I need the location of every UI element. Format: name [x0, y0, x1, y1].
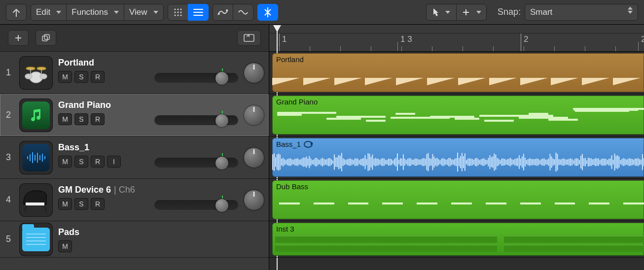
- svg-rect-187: [482, 159, 483, 166]
- track-icon[interactable]: [20, 141, 52, 174]
- volume-slider[interactable]: [154, 115, 238, 125]
- track-name[interactable]: Pads: [58, 227, 264, 237]
- functions-menu[interactable]: Functions: [66, 4, 124, 21]
- svg-rect-275: [611, 155, 612, 169]
- track-number: 2: [3, 110, 14, 120]
- track-icon[interactable]: [20, 99, 52, 132]
- track-name[interactable]: Bass_1: [58, 142, 148, 153]
- pan-knob[interactable]: [244, 63, 264, 83]
- r-button[interactable]: R: [91, 198, 105, 210]
- m-button[interactable]: M: [58, 240, 72, 252]
- svg-rect-45: [274, 153, 275, 171]
- svg-rect-286: [627, 159, 628, 166]
- svg-rect-172: [460, 156, 461, 169]
- track-header[interactable]: 4GM Device 6 | Ch6MSR: [0, 179, 269, 221]
- pointer-tool[interactable]: [426, 4, 457, 21]
- catch-playhead-button[interactable]: [257, 4, 278, 21]
- i-button[interactable]: I: [107, 156, 121, 168]
- svg-rect-216: [525, 158, 526, 167]
- svg-rect-237: [555, 153, 556, 172]
- svg-rect-280: [618, 157, 619, 168]
- track-name[interactable]: Portland: [58, 58, 148, 68]
- svg-rect-19: [42, 36, 47, 41]
- add-track-button[interactable]: [8, 30, 29, 46]
- secondary-tool[interactable]: [456, 4, 487, 21]
- svg-rect-148: [425, 159, 426, 166]
- automation-curve-button[interactable]: [213, 4, 233, 21]
- view-menu[interactable]: View: [124, 4, 164, 21]
- r-button[interactable]: R: [91, 113, 105, 125]
- track-name[interactable]: Grand Piano: [58, 100, 148, 110]
- region[interactable]: Inst 3: [272, 223, 644, 256]
- r-button[interactable]: R: [91, 156, 105, 168]
- region[interactable]: Portland: [272, 53, 644, 92]
- snap-select[interactable]: Smart: [525, 4, 638, 21]
- svg-rect-277: [614, 154, 615, 170]
- svg-rect-228: [542, 159, 543, 166]
- svg-rect-86: [334, 155, 335, 170]
- s-button[interactable]: S: [74, 156, 88, 168]
- m-button[interactable]: M: [58, 156, 72, 168]
- region[interactable]: Bass_1: [272, 138, 644, 177]
- svg-rect-85: [332, 161, 333, 164]
- svg-rect-167: [453, 160, 454, 165]
- svg-rect-201: [502, 159, 503, 166]
- pan-knob[interactable]: [244, 190, 264, 210]
- volume-slider[interactable]: [154, 73, 238, 83]
- svg-rect-95: [347, 159, 348, 165]
- duplicate-track-button[interactable]: [36, 30, 56, 46]
- global-tracks-button[interactable]: [237, 30, 261, 46]
- track-icon[interactable]: [20, 223, 52, 256]
- svg-rect-290: [633, 160, 634, 165]
- svg-rect-94: [346, 160, 347, 165]
- svg-rect-59: [294, 159, 295, 165]
- svg-rect-211: [517, 158, 518, 167]
- main-toolbar: Edit Functions View Snap: Smart: [0, 0, 644, 25]
- pan-knob[interactable]: [244, 105, 264, 125]
- pan-knob[interactable]: [244, 148, 264, 168]
- svg-rect-265: [597, 159, 598, 166]
- svg-rect-210: [516, 159, 517, 166]
- track-header[interactable]: 5Pads M: [0, 221, 269, 258]
- svg-rect-222: [534, 159, 535, 165]
- volume-slider[interactable]: [154, 200, 238, 210]
- svg-rect-128: [395, 158, 396, 166]
- volume-slider[interactable]: [154, 158, 238, 168]
- svg-point-12: [218, 13, 220, 15]
- svg-rect-115: [376, 159, 377, 166]
- track-name[interactable]: GM Device 6 | Ch6: [58, 185, 148, 195]
- m-button[interactable]: M: [58, 71, 72, 83]
- s-button[interactable]: S: [74, 198, 88, 210]
- track-icon[interactable]: [20, 184, 52, 216]
- m-button[interactable]: M: [58, 113, 72, 125]
- list-view-button[interactable]: [188, 4, 209, 21]
- s-button[interactable]: S: [74, 113, 88, 125]
- track-header[interactable]: 3Bass_1 MSRI: [0, 136, 269, 179]
- functions-label: Functions: [72, 7, 108, 17]
- grid-view-button[interactable]: [168, 4, 188, 21]
- track-icon[interactable]: [20, 57, 52, 89]
- svg-rect-124: [390, 159, 391, 166]
- svg-rect-219: [529, 158, 530, 166]
- flex-button[interactable]: [233, 4, 253, 21]
- track-header[interactable]: 1Portland MSR: [0, 52, 269, 94]
- svg-rect-20: [44, 34, 49, 39]
- svg-rect-104: [360, 159, 361, 165]
- r-button[interactable]: R: [91, 71, 105, 83]
- svg-rect-256: [583, 158, 584, 166]
- region[interactable]: Grand Piano: [272, 96, 644, 135]
- timeline-ruler[interactable]: 11 322: [269, 25, 644, 52]
- svg-rect-175: [465, 153, 465, 170]
- svg-rect-241: [561, 159, 562, 165]
- back-up-button[interactable]: [6, 4, 27, 21]
- svg-rect-296: [642, 154, 643, 170]
- svg-line-38: [25, 205, 27, 211]
- m-button[interactable]: M: [58, 198, 72, 210]
- svg-rect-62: [299, 160, 300, 165]
- region[interactable]: Dub Bass: [272, 180, 644, 219]
- track-header[interactable]: 2Grand Piano MSR: [0, 94, 269, 136]
- svg-rect-74: [316, 158, 317, 166]
- edit-menu[interactable]: Edit: [31, 4, 67, 21]
- svg-rect-218: [528, 159, 529, 165]
- s-button[interactable]: S: [74, 71, 88, 83]
